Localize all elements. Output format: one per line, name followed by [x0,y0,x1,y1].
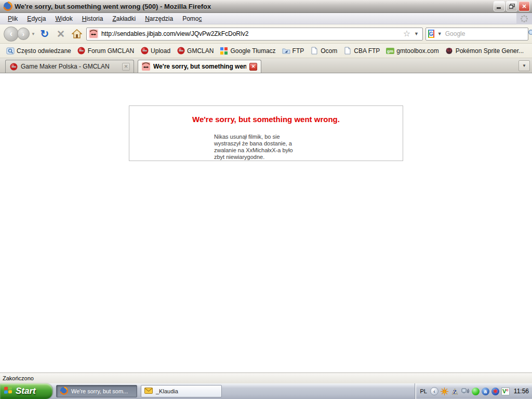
bookmark-label: FTP [292,47,304,55]
search-box[interactable]: G ▼ [425,28,528,41]
sun-icon[interactable] [441,387,449,395]
red-sphere-icon [177,47,185,55]
status-text: Zakończono [3,375,34,381]
forward-button[interactable]: › [17,28,30,40]
reload-button[interactable]: ↻ [38,27,51,41]
bookmark-label: Forum GMCLAN [88,47,134,55]
menu-zakladki[interactable]: Zakładki [108,14,140,24]
menu-bar: Plik Edycja Widok Historia Zakładki Narz… [0,13,532,24]
smart-folder-icon [6,47,15,55]
back-button[interactable]: ‹ [4,26,19,42]
tab-were-sorry[interactable]: We're sorry, but something went... ✕ [138,60,261,73]
envelope-icon [144,388,153,395]
bookmark-label: Pokémon Sprite Gener... [456,47,524,55]
tab-label: We're sorry, but something went... [153,63,246,70]
bookmark-gmtoolbox[interactable]: gm gmtoolbox.com [383,45,442,57]
restore-button[interactable] [506,1,517,11]
tab-close-icon[interactable]: ✕ [249,63,257,71]
google-translate-icon [220,47,228,55]
error-heading: We're sorry, but something went wrong. [129,115,403,124]
taskbar-button-label: We're sorry, but som... [71,388,128,394]
firefox-icon [3,2,12,11]
bookmark-label: gmtoolbox.com [396,47,438,55]
language-indicator[interactable]: PL [420,388,428,394]
minimize-button[interactable] [494,1,505,11]
bookmark-ftp[interactable]: FTP [279,45,308,57]
menu-pomoc[interactable]: Pomoc [178,14,206,24]
bookmarks-toolbar: Często odwiedzane Forum GMCLAN Upload GM… [0,44,532,58]
taskbar-button-firefox[interactable]: We're sorry, but som... [56,385,137,397]
menu-historia[interactable]: Historia [77,14,108,24]
error-body-text: Nikas usunął filmik, bo sie wystraszył ż… [214,134,305,161]
bookmark-cba-ftp[interactable]: CBA FTP [340,45,383,57]
clock[interactable]: 11:56 [512,388,529,395]
pokemon-icon [445,47,454,55]
bookmark-pokemon-sprite-generator[interactable]: Pokémon Sprite Gener... [442,45,527,57]
green-status-ball-icon[interactable] [472,388,480,395]
start-button[interactable]: Start [0,383,52,399]
search-input[interactable] [445,30,526,37]
bookmark-label: Upload [151,47,170,55]
browser-window: We're sorry, but something went wrong (5… [0,0,532,399]
firefox-icon [60,387,68,396]
taskbar-button-klaudia[interactable]: _Klaudia [141,385,222,397]
bookmark-star-icon[interactable]: ☆ [403,30,410,38]
home-button[interactable] [70,27,84,41]
bookmark-label: Często odwiedzane [17,47,71,55]
url-input[interactable] [101,30,401,37]
tab-list-dropdown-button[interactable]: ▼ [518,60,530,71]
ftp-folder-icon [282,47,290,55]
close-button[interactable]: ✕ [518,1,530,11]
red-sphere-icon [9,62,18,71]
bookmark-label: CBA FTP [354,47,380,55]
throbber-icon [516,13,532,24]
gm-icon: gm [386,47,394,55]
tab-bar: Game Maker Polska - GMCLAN ✕ We're sorry… [0,58,532,73]
svg-text:Z: Z [453,389,457,395]
windows-logo-icon [4,386,12,396]
page-icon [343,47,352,55]
bookmark-ocom[interactable]: Ocom [307,45,340,57]
tab-game-maker-polska[interactable]: Game Maker Polska - GMCLAN ✕ [5,60,134,73]
menu-plik[interactable]: Plik [3,14,22,24]
vc-icon[interactable]: Vc [501,388,510,395]
taskbar-button-label: _Klaudia [156,388,178,394]
bookmark-label: Google Tłumacz [230,47,275,55]
menu-widok[interactable]: Widok [50,14,77,24]
stop-button[interactable]: ✕ [54,27,68,41]
sound-icon[interactable] [461,387,470,395]
start-label: Start [16,386,41,396]
zonealarm-icon[interactable]: Z [451,387,459,395]
navigation-toolbar: ‹ › ▼ ↻ ✕ ☆ ▼ G ▼ [0,24,532,44]
window-title: We're sorry, but something went wrong (5… [15,3,494,10]
google-g-icon[interactable]: G [428,30,434,38]
title-bar: We're sorry, but something went wrong (5… [0,0,532,13]
hide-icons-chevron-icon[interactable]: ‹ [430,387,438,395]
search-engine-dropdown-icon[interactable]: ▼ [436,31,443,36]
system-tray: PL ‹ Z a ✱ Vc 11:56 [415,383,532,399]
url-dropdown-icon[interactable]: ▼ [413,31,420,36]
page-content: We're sorry, but something went wrong. N… [0,73,532,373]
bookmark-gmclan[interactable]: GMCLAN [174,45,217,57]
menu-edycja[interactable]: Edycja [22,14,50,24]
shield-ball-icon[interactable]: ✱ [491,388,499,395]
red-sphere-icon [77,47,86,55]
history-dropdown-icon[interactable]: ▼ [31,32,35,36]
jibjab-icon [142,62,150,71]
bookmark-forum-gmclan[interactable]: Forum GMCLAN [74,45,137,57]
page-icon [310,47,318,55]
bookmark-label: Ocom [321,47,337,55]
magnifier-icon[interactable] [528,29,532,39]
error-box: We're sorry, but something went wrong. N… [129,105,403,161]
aqq-ball-icon[interactable]: a [482,388,489,395]
bookmark-czesto-odwiedzane[interactable]: Często odwiedzane [3,45,74,57]
url-bar[interactable]: ☆ ▼ [86,28,423,41]
tab-close-icon[interactable]: ✕ [122,63,130,71]
red-sphere-icon [140,47,149,55]
svg-text:gm: gm [387,49,393,54]
jibjab-favicon-icon [88,29,99,39]
menu-narzedzia[interactable]: Narzędzia [140,14,178,24]
bookmark-google-tlumacz[interactable]: Google Tłumacz [217,45,278,57]
bookmark-upload[interactable]: Upload [137,45,174,57]
taskbar: Start We're sorry, but som... _Klaudia P… [0,383,532,399]
